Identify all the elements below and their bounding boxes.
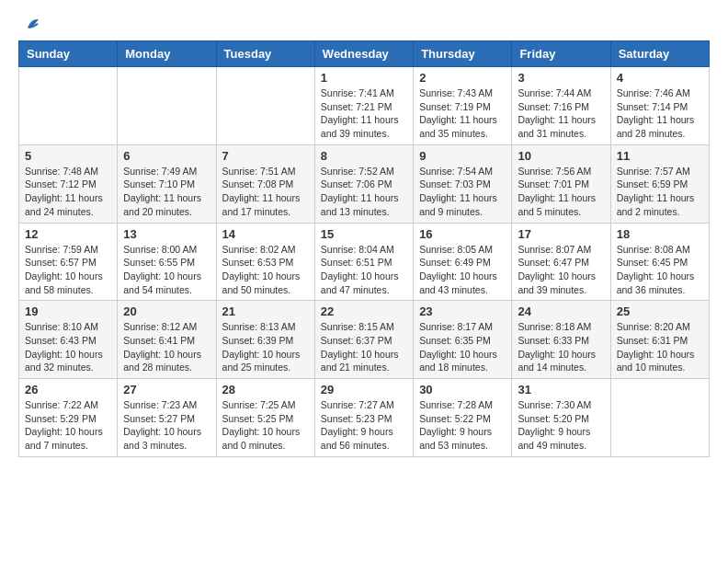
day-number: 16 (419, 227, 506, 241)
day-info: Sunrise: 7:43 AM Sunset: 7:19 PM Dayligh… (419, 86, 506, 141)
weekday-header-tuesday: Tuesday (216, 41, 314, 67)
calendar-cell: 3Sunrise: 7:44 AM Sunset: 7:16 PM Daylig… (512, 67, 610, 145)
day-number: 30 (419, 383, 506, 396)
day-info: Sunrise: 7:56 AM Sunset: 7:01 PM Dayligh… (518, 165, 604, 219)
day-number: 23 (419, 304, 506, 318)
day-number: 11 (617, 149, 703, 163)
day-info: Sunrise: 7:22 AM Sunset: 5:29 PM Dayligh… (25, 398, 111, 453)
calendar-cell: 18Sunrise: 8:08 AM Sunset: 6:45 PM Dayli… (610, 223, 709, 301)
calendar-cell: 19Sunrise: 8:10 AM Sunset: 6:43 PM Dayli… (19, 301, 118, 379)
calendar-cell: 20Sunrise: 8:12 AM Sunset: 6:41 PM Dayli… (118, 301, 216, 379)
calendar-cell: 30Sunrise: 7:28 AM Sunset: 5:22 PM Dayli… (414, 379, 512, 457)
weekday-header-monday: Monday (118, 41, 216, 67)
day-info: Sunrise: 8:17 AM Sunset: 6:35 PM Dayligh… (419, 320, 506, 374)
day-number: 31 (518, 383, 604, 396)
day-number: 1 (321, 71, 407, 85)
calendar-cell: 23Sunrise: 8:17 AM Sunset: 6:35 PM Dayli… (414, 301, 512, 379)
day-info: Sunrise: 7:30 AM Sunset: 5:20 PM Dayligh… (518, 398, 604, 453)
day-info: Sunrise: 7:25 AM Sunset: 5:25 PM Dayligh… (222, 398, 309, 453)
day-number: 6 (123, 149, 210, 163)
day-number: 13 (123, 227, 210, 241)
day-number: 27 (123, 383, 210, 396)
calendar-header-row: SundayMondayTuesdayWednesdayThursdayFrid… (19, 41, 710, 67)
day-number: 15 (321, 227, 407, 241)
day-number: 29 (321, 383, 407, 396)
calendar-cell: 8Sunrise: 7:52 AM Sunset: 7:06 PM Daylig… (314, 144, 413, 223)
day-number: 5 (25, 149, 111, 163)
day-info: Sunrise: 7:28 AM Sunset: 5:22 PM Dayligh… (419, 398, 506, 453)
day-number: 19 (25, 304, 111, 318)
calendar-cell: 16Sunrise: 8:05 AM Sunset: 6:49 PM Dayli… (414, 223, 512, 301)
calendar-cell: 29Sunrise: 7:27 AM Sunset: 5:23 PM Dayli… (314, 379, 413, 457)
calendar-week-5: 26Sunrise: 7:22 AM Sunset: 5:29 PM Dayli… (19, 379, 710, 457)
calendar-cell: 4Sunrise: 7:46 AM Sunset: 7:14 PM Daylig… (610, 67, 709, 145)
day-info: Sunrise: 8:13 AM Sunset: 6:39 PM Dayligh… (222, 320, 309, 374)
day-info: Sunrise: 7:54 AM Sunset: 7:03 PM Dayligh… (419, 165, 506, 219)
calendar-cell: 17Sunrise: 8:07 AM Sunset: 6:47 PM Dayli… (512, 223, 610, 301)
calendar-week-2: 5Sunrise: 7:48 AM Sunset: 7:12 PM Daylig… (19, 144, 710, 223)
day-number: 20 (123, 304, 210, 318)
page-container: SundayMondayTuesdayWednesdayThursdayFrid… (0, 0, 728, 466)
calendar-cell (610, 379, 709, 457)
day-number: 4 (617, 71, 703, 85)
day-info: Sunrise: 8:04 AM Sunset: 6:51 PM Dayligh… (321, 243, 407, 297)
day-info: Sunrise: 8:12 AM Sunset: 6:41 PM Dayligh… (123, 320, 210, 374)
calendar-table: SundayMondayTuesdayWednesdayThursdayFrid… (18, 40, 710, 457)
weekday-header-friday: Friday (512, 41, 610, 67)
day-number: 26 (25, 383, 111, 396)
day-info: Sunrise: 7:59 AM Sunset: 6:57 PM Dayligh… (25, 243, 111, 297)
day-info: Sunrise: 7:52 AM Sunset: 7:06 PM Dayligh… (321, 165, 407, 219)
day-number: 14 (222, 227, 309, 241)
day-info: Sunrise: 8:18 AM Sunset: 6:33 PM Dayligh… (518, 320, 604, 374)
calendar-cell: 14Sunrise: 8:02 AM Sunset: 6:53 PM Dayli… (216, 223, 314, 301)
day-info: Sunrise: 8:05 AM Sunset: 6:49 PM Dayligh… (419, 243, 506, 297)
calendar-cell: 1Sunrise: 7:41 AM Sunset: 7:21 PM Daylig… (314, 67, 413, 145)
logo (18, 18, 40, 31)
calendar-cell: 11Sunrise: 7:57 AM Sunset: 6:59 PM Dayli… (610, 144, 709, 223)
calendar-cell: 28Sunrise: 7:25 AM Sunset: 5:25 PM Dayli… (216, 379, 314, 457)
calendar-cell: 27Sunrise: 7:23 AM Sunset: 5:27 PM Dayli… (118, 379, 216, 457)
day-info: Sunrise: 8:07 AM Sunset: 6:47 PM Dayligh… (518, 243, 604, 297)
calendar-cell: 31Sunrise: 7:30 AM Sunset: 5:20 PM Dayli… (512, 379, 610, 457)
calendar-cell: 2Sunrise: 7:43 AM Sunset: 7:19 PM Daylig… (414, 67, 512, 145)
day-info: Sunrise: 7:27 AM Sunset: 5:23 PM Dayligh… (321, 398, 407, 453)
day-number: 12 (25, 227, 111, 241)
weekday-header-thursday: Thursday (414, 41, 512, 67)
day-info: Sunrise: 7:44 AM Sunset: 7:16 PM Dayligh… (518, 86, 604, 141)
day-number: 18 (617, 227, 703, 241)
day-info: Sunrise: 8:02 AM Sunset: 6:53 PM Dayligh… (222, 243, 309, 297)
day-info: Sunrise: 7:51 AM Sunset: 7:08 PM Dayligh… (222, 165, 309, 219)
day-number: 21 (222, 304, 309, 318)
calendar-week-1: 1Sunrise: 7:41 AM Sunset: 7:21 PM Daylig… (19, 67, 710, 145)
day-info: Sunrise: 7:57 AM Sunset: 6:59 PM Dayligh… (617, 165, 703, 219)
day-info: Sunrise: 8:08 AM Sunset: 6:45 PM Dayligh… (617, 243, 703, 297)
calendar-cell: 22Sunrise: 8:15 AM Sunset: 6:37 PM Dayli… (314, 301, 413, 379)
day-number: 8 (321, 149, 407, 163)
weekday-header-saturday: Saturday (610, 41, 709, 67)
day-info: Sunrise: 8:10 AM Sunset: 6:43 PM Dayligh… (25, 320, 111, 374)
day-number: 10 (518, 149, 604, 163)
calendar-cell: 10Sunrise: 7:56 AM Sunset: 7:01 PM Dayli… (512, 144, 610, 223)
day-info: Sunrise: 7:23 AM Sunset: 5:27 PM Dayligh… (123, 398, 210, 453)
day-info: Sunrise: 7:48 AM Sunset: 7:12 PM Dayligh… (25, 165, 111, 219)
day-number: 7 (222, 149, 309, 163)
logo-bird-icon (20, 15, 40, 35)
day-info: Sunrise: 7:46 AM Sunset: 7:14 PM Dayligh… (617, 86, 703, 141)
weekday-header-sunday: Sunday (19, 41, 118, 67)
day-info: Sunrise: 8:15 AM Sunset: 6:37 PM Dayligh… (321, 320, 407, 374)
calendar-cell: 6Sunrise: 7:49 AM Sunset: 7:10 PM Daylig… (118, 144, 216, 223)
day-info: Sunrise: 7:49 AM Sunset: 7:10 PM Dayligh… (123, 165, 210, 219)
calendar-cell: 26Sunrise: 7:22 AM Sunset: 5:29 PM Dayli… (19, 379, 118, 457)
calendar-week-4: 19Sunrise: 8:10 AM Sunset: 6:43 PM Dayli… (19, 301, 710, 379)
day-number: 9 (419, 149, 506, 163)
weekday-header-wednesday: Wednesday (314, 41, 413, 67)
day-number: 2 (419, 71, 506, 85)
day-number: 28 (222, 383, 309, 396)
day-number: 22 (321, 304, 407, 318)
calendar-cell (118, 67, 216, 145)
calendar-cell: 13Sunrise: 8:00 AM Sunset: 6:55 PM Dayli… (118, 223, 216, 301)
calendar-cell: 5Sunrise: 7:48 AM Sunset: 7:12 PM Daylig… (19, 144, 118, 223)
calendar-cell: 15Sunrise: 8:04 AM Sunset: 6:51 PM Dayli… (314, 223, 413, 301)
calendar-cell: 25Sunrise: 8:20 AM Sunset: 6:31 PM Dayli… (610, 301, 709, 379)
calendar-cell: 24Sunrise: 8:18 AM Sunset: 6:33 PM Dayli… (512, 301, 610, 379)
